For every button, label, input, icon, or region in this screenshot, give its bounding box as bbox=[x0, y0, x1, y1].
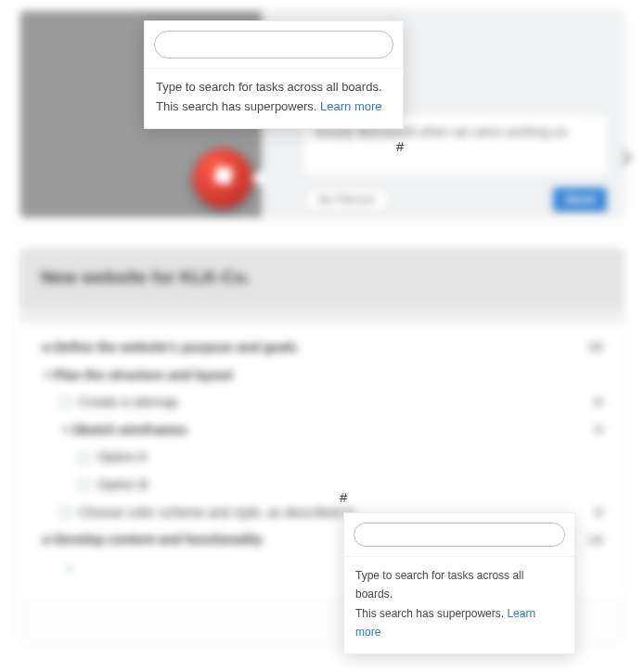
task-search-input[interactable] bbox=[154, 31, 393, 58]
checkbox[interactable] bbox=[78, 479, 90, 491]
task-badge: 4/ bbox=[594, 422, 603, 438]
checkbox[interactable] bbox=[78, 452, 90, 464]
task-search-input[interactable] bbox=[354, 523, 565, 547]
avatar bbox=[193, 149, 252, 208]
speech-tip bbox=[251, 169, 264, 187]
hint-line1: Type to search for tasks across all boar… bbox=[355, 569, 523, 601]
task-badge: 3/ bbox=[594, 505, 603, 521]
hint-line1: Type to search for tasks across all boar… bbox=[156, 80, 382, 94]
checkbox[interactable] bbox=[59, 396, 71, 408]
task-badge: 3/8 bbox=[587, 340, 603, 355]
project-title: New website for KLK-Co. bbox=[20, 249, 624, 308]
edit-icon[interactable] bbox=[616, 150, 632, 166]
task-badge: 9/ bbox=[594, 395, 603, 411]
search-hint: Type to search for tasks across all boar… bbox=[145, 69, 403, 128]
task-text: Sketch wireframes bbox=[72, 421, 594, 440]
task-row[interactable]: ▶ Define the website's purpose and goals… bbox=[41, 334, 603, 362]
chevron-down-icon[interactable]: ▼ bbox=[59, 423, 72, 437]
chevron-right-icon[interactable]: ▶ bbox=[41, 533, 54, 547]
hint-line2: This search has superpowers. bbox=[355, 607, 504, 620]
task-text: Define the website's purpose and goals bbox=[54, 339, 587, 357]
search-wrap bbox=[145, 21, 403, 69]
checkbox[interactable] bbox=[59, 507, 71, 519]
search-wrap bbox=[344, 513, 574, 557]
task-text: Option A bbox=[97, 448, 603, 467]
task-row[interactable]: Create a sitemap 9/ bbox=[41, 389, 603, 417]
search-hint: Type to search for tasks across all boar… bbox=[344, 557, 574, 653]
hash-icon: # bbox=[396, 138, 404, 154]
learn-more-link[interactable]: Learn more bbox=[320, 99, 381, 113]
plus-icon[interactable]: + bbox=[41, 559, 73, 579]
task-row[interactable]: ▼ Sketch wireframes 4/ bbox=[41, 417, 603, 445]
hint-line2: This search has superpowers. bbox=[156, 99, 316, 113]
task-row[interactable]: Option B bbox=[41, 472, 603, 499]
task-row[interactable]: ▼ Plan the structure and layout bbox=[41, 362, 603, 390]
task-text: Plan the structure and layout bbox=[54, 367, 603, 385]
hash-icon: # bbox=[340, 489, 347, 505]
send-button[interactable]: Send bbox=[553, 187, 607, 212]
task-search-popover: Type to search for tasks across all boar… bbox=[144, 20, 404, 129]
task-badge: 1/8 bbox=[587, 533, 603, 549]
task-search-popover: Type to search for tasks across all boar… bbox=[343, 512, 575, 654]
chevron-down-icon[interactable]: ▼ bbox=[41, 368, 54, 382]
task-text: Option B bbox=[97, 476, 603, 495]
project-subbar bbox=[20, 308, 624, 323]
mention-pill[interactable]: Bo Fillmore bbox=[304, 187, 390, 212]
task-text: Create a sitemap bbox=[79, 394, 594, 412]
chevron-right-icon[interactable]: ▶ bbox=[41, 341, 54, 355]
task-row[interactable]: Option A bbox=[41, 444, 603, 472]
